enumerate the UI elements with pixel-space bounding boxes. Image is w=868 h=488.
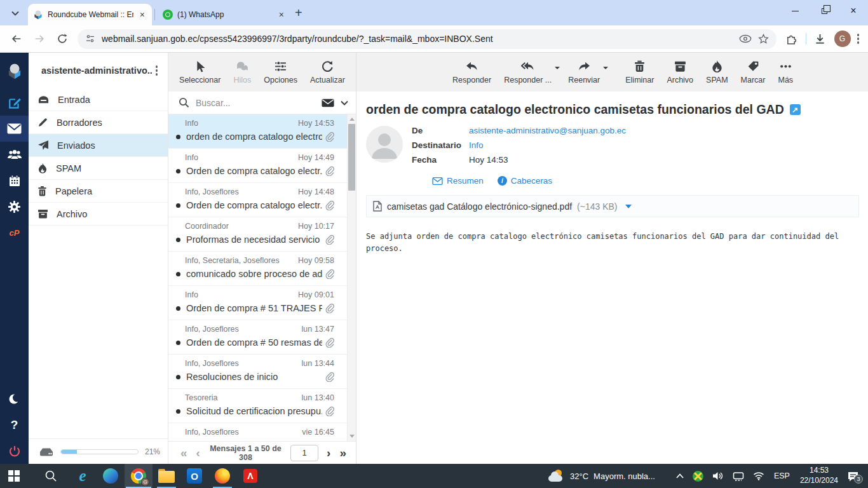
mark-button[interactable]: Marcar [735, 60, 771, 85]
folder-papelera[interactable]: Papelera [29, 180, 168, 203]
downloads-icon[interactable] [810, 29, 831, 49]
reply-all-button[interactable]: Responder ... [498, 60, 557, 85]
tab-close-icon[interactable]: × [138, 10, 147, 19]
folder-entrada[interactable]: Entrada [29, 88, 168, 111]
attachment-name[interactable]: camisetas gad Catálogo electrónico-signe… [387, 201, 572, 212]
tab-close-icon[interactable]: × [277, 10, 286, 19]
url-bar[interactable]: webmail.sanjuan.gob.ec/cpsess5423996997/… [78, 29, 776, 49]
tab-roundcube[interactable]: Roundcube Webmail :: Enviados × [28, 4, 152, 25]
folder-options-icon[interactable] [152, 62, 162, 79]
tab-search-button[interactable] [6, 4, 24, 22]
list-scrollbar[interactable] [347, 114, 356, 441]
taskbar-search-icon[interactable] [37, 464, 65, 488]
browser-menu-icon[interactable] [853, 30, 864, 48]
acrobat-icon[interactable]: Λ [236, 464, 264, 488]
delete-button[interactable]: Eliminar [620, 60, 660, 85]
spam-button[interactable]: SPAM [700, 60, 734, 85]
forward-button[interactable]: Reenviar [562, 60, 606, 85]
to-address-link[interactable]: Info [469, 140, 484, 150]
next-page-button[interactable]: › [323, 447, 334, 459]
options-button[interactable]: Opciones [258, 60, 303, 85]
meet-now-icon[interactable] [728, 471, 749, 481]
summary-link[interactable]: Resumen [432, 176, 484, 186]
rail-help-icon[interactable]: ? [0, 412, 29, 438]
chrome-taskbar-icon[interactable]: G [125, 464, 153, 488]
folder-spam[interactable]: SPAM [29, 157, 168, 180]
message-list-item[interactable]: Info, Joseflores lun 13:47 Orden de comp… [168, 320, 356, 355]
bookmark-star-icon[interactable] [758, 34, 769, 44]
scroll-up-icon[interactable] [348, 114, 356, 123]
headers-link[interactable]: i Cabeceras [498, 176, 552, 186]
search-input[interactable] [196, 98, 315, 108]
message-list-item[interactable]: Info, Joseflores vie 16:45 [168, 423, 356, 441]
new-tab-button[interactable]: + [295, 6, 302, 20]
from-address-link[interactable]: asistente-administrativo@sanjuan.gob.ec [469, 126, 626, 135]
rail-mail-icon[interactable] [0, 116, 29, 142]
internet-explorer-icon[interactable]: e [69, 464, 97, 488]
message-list-item[interactable]: Info Hoy 14:49 Orden de compra catalogo … [168, 149, 356, 183]
attachment-dropdown-caret[interactable] [625, 205, 632, 212]
message-list-item[interactable]: Info, Secretaria, Joseflores Hoy 09:58 c… [168, 252, 356, 286]
start-button[interactable] [0, 464, 28, 488]
restore-button[interactable] [810, 0, 839, 22]
antivirus-tray-icon[interactable] [688, 471, 708, 482]
message-sender: Tesoreria [185, 393, 217, 402]
search-options-chevron-icon[interactable] [341, 100, 348, 105]
language-indicator[interactable]: ESP [769, 471, 795, 480]
reload-button[interactable] [52, 29, 72, 49]
rail-calendar-icon[interactable] [0, 168, 29, 194]
refresh-button[interactable]: Actualizar [304, 60, 351, 85]
notification-center-icon[interactable]: 3 [843, 471, 868, 482]
message-list-item[interactable]: Info, Joseflores lun 13:44 Resoluciones … [168, 355, 356, 389]
message-list-item[interactable]: Info Hoy 14:53 orden de compra catalogo … [168, 114, 356, 149]
message-list-item[interactable]: Tesoreria lun 13:40 Solicitud de certifi… [168, 389, 356, 423]
rail-cpanel-icon[interactable]: cP [0, 220, 29, 246]
profile-avatar[interactable]: G [834, 30, 851, 47]
page-number-input[interactable] [290, 445, 318, 461]
reading-mode-eye-icon[interactable] [739, 34, 752, 43]
edge-icon[interactable] [97, 464, 125, 488]
reply-all-dropdown-caret[interactable] [555, 67, 560, 72]
rail-settings-gear-icon[interactable] [0, 194, 29, 220]
close-button[interactable]: × [839, 0, 868, 22]
weather-widget[interactable]: 32°C Mayorm. nubla... [542, 470, 661, 482]
attachment-row[interactable]: camisetas gad Catálogo electrónico-signe… [366, 195, 859, 217]
rail-compose-icon[interactable] [0, 90, 29, 116]
select-button[interactable]: Seleccionar [173, 60, 226, 85]
scroll-down-icon[interactable] [348, 432, 356, 441]
rail-darkmode-moon-icon[interactable] [0, 386, 29, 412]
tray-expand-chevron-icon[interactable] [672, 473, 688, 478]
first-page-button[interactable]: « [177, 447, 191, 459]
clock[interactable]: 14:53 22/10/2024 [795, 466, 843, 485]
message-envelope-icon[interactable] [322, 98, 334, 107]
folder-enviados[interactable]: Enviados [29, 134, 168, 157]
archive-button[interactable]: Archivo [661, 60, 699, 85]
minimize-button[interactable] [780, 0, 810, 22]
folder-borradores[interactable]: Borradores [29, 111, 168, 134]
forward-dropdown-caret[interactable] [603, 67, 608, 72]
wifi-icon[interactable] [749, 471, 769, 480]
folder-archivo[interactable]: Archivo [29, 203, 168, 226]
prev-page-button[interactable]: ‹ [193, 447, 203, 459]
more-button[interactable]: Más [772, 60, 799, 85]
back-button[interactable] [6, 29, 27, 49]
volume-icon[interactable] [708, 471, 728, 481]
last-page-button[interactable]: » [336, 447, 349, 459]
outlook-icon[interactable]: O [180, 464, 208, 488]
site-settings-icon[interactable] [85, 34, 95, 44]
rail-logout-power-icon[interactable] [0, 438, 29, 464]
scrollbar-thumb[interactable] [348, 124, 355, 191]
message-list-item[interactable]: Info Hoy 09:01 Orden de compra # 51 TRAJ… [168, 286, 356, 320]
threads-button[interactable]: Hilos [227, 60, 257, 85]
firefox-icon[interactable] [208, 464, 236, 488]
reply-button[interactable]: Responder [447, 60, 497, 85]
extensions-icon[interactable] [782, 29, 802, 49]
url-text[interactable]: webmail.sanjuan.gob.ec/cpsess5423996997/… [102, 34, 733, 44]
message-list-item[interactable]: Info, Joseflores Hoy 14:48 Orden de comp… [168, 183, 356, 217]
file-explorer-icon[interactable] [153, 464, 180, 488]
rail-contacts-icon[interactable] [0, 142, 29, 168]
tab-whatsapp[interactable]: (1) WhatsApp × [158, 4, 291, 25]
open-in-new-window-icon[interactable] [790, 104, 801, 115]
message-list-item[interactable]: Coordinador Hoy 10:17 Proformas de neces… [168, 217, 356, 252]
forward-button[interactable] [29, 29, 50, 49]
